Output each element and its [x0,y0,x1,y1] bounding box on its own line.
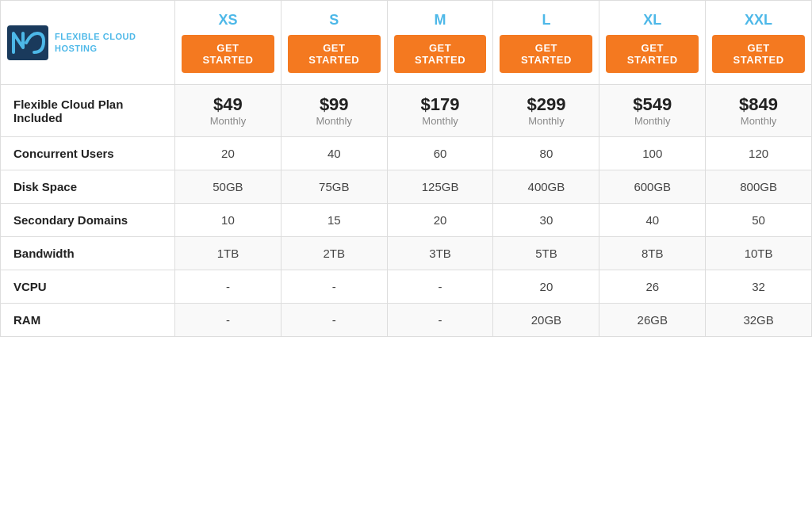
table-row: Concurrent Users20406080100120 [1,137,812,170]
get-started-xs[interactable]: GET STARTED [182,35,274,73]
row-value: $99Monthly [281,85,387,137]
row-value: - [281,304,387,337]
row-label: Flexible Cloud Plan Included [1,85,175,137]
row-value: $849Monthly [706,85,812,137]
row-value: 120 [706,137,812,170]
price-period: Monthly [712,115,805,127]
row-value: 26 [599,270,706,304]
row-value: 10TB [706,237,812,270]
plan-name-m: M [394,12,487,29]
table-row: Disk Space50GB75GB125GB400GB600GB800GB [1,170,812,204]
plan-name-xl: XL [606,12,699,29]
row-value: 40 [281,137,387,170]
row-value: 15 [281,204,387,237]
get-started-s[interactable]: GET STARTED [288,35,381,73]
plan-name-s: S [288,12,381,29]
row-value: 10 [175,204,282,237]
get-started-xxl[interactable]: GET STARTED [712,35,805,73]
logo-wrapper: FLEXIBLE CLOUD HOSTING [7,25,168,60]
price-amount: $99 [288,94,381,115]
row-value: 20 [493,270,599,304]
plan-header-m: M GET STARTED [387,1,493,85]
plan-header-l: L GET STARTED [493,1,599,85]
row-label: Secondary Domains [1,204,175,237]
row-value: - [281,270,387,304]
price-period: Monthly [288,115,381,127]
row-value: 50GB [175,170,282,204]
row-value: 60 [387,137,493,170]
row-value: 400GB [493,170,599,204]
pricing-table-container: FLEXIBLE CLOUD HOSTING XS GET STARTED S … [0,0,812,337]
row-value: 80 [493,137,599,170]
row-label: RAM [1,304,175,337]
table-row: Secondary Domains101520304050 [1,204,812,237]
brand-logo-icon [7,25,48,60]
row-value: 2TB [281,237,387,270]
plan-header-xs: XS GET STARTED [175,1,282,85]
row-value: - [387,304,493,337]
plan-header-s: S GET STARTED [281,1,387,85]
row-value: 3TB [387,237,493,270]
get-started-l[interactable]: GET STARTED [500,35,592,73]
row-value: $299Monthly [493,85,599,137]
row-value: 40 [599,204,706,237]
row-value: 800GB [706,170,812,204]
row-value: 30 [493,204,599,237]
row-label: Bandwidth [1,237,175,270]
row-value: 1TB [175,237,282,270]
row-value: 75GB [281,170,387,204]
row-value: - [175,304,282,337]
table-row: Flexible Cloud Plan Included$49Monthly$9… [1,85,812,137]
row-value: 20GB [493,304,599,337]
row-value: $549Monthly [599,85,706,137]
row-value: 600GB [599,170,706,204]
price-amount: $849 [712,94,805,115]
get-started-m[interactable]: GET STARTED [394,35,487,73]
row-value: $179Monthly [387,85,493,137]
row-value: 26GB [599,304,706,337]
price-amount: $49 [182,94,274,115]
plan-name-l: L [500,12,592,29]
row-value: $49Monthly [175,85,282,137]
price-amount: $549 [606,94,699,115]
plan-header-xl: XL GET STARTED [599,1,706,85]
row-value: 100 [599,137,706,170]
pricing-table: FLEXIBLE CLOUD HOSTING XS GET STARTED S … [0,0,812,337]
row-value: - [387,270,493,304]
table-row: Bandwidth1TB2TB3TB5TB8TB10TB [1,237,812,270]
row-value: 20 [175,137,282,170]
price-period: Monthly [394,115,487,127]
get-started-xl[interactable]: GET STARTED [606,35,699,73]
row-value: 125GB [387,170,493,204]
row-label: VCPU [1,270,175,304]
row-value: 32GB [706,304,812,337]
plan-name-xxl: XXL [712,12,805,29]
row-value: - [175,270,282,304]
price-period: Monthly [606,115,699,127]
plan-name-xs: XS [182,12,274,29]
row-value: 50 [706,204,812,237]
header-row: FLEXIBLE CLOUD HOSTING XS GET STARTED S … [1,1,812,85]
row-value: 5TB [493,237,599,270]
table-row: RAM---20GB26GB32GB [1,304,812,337]
row-label: Disk Space [1,170,175,204]
row-value: 20 [387,204,493,237]
price-amount: $299 [500,94,592,115]
price-period: Monthly [182,115,274,127]
table-row: VCPU---202632 [1,270,812,304]
logo-cell: FLEXIBLE CLOUD HOSTING [1,1,175,85]
price-amount: $179 [394,94,487,115]
brand-name: FLEXIBLE CLOUD HOSTING [55,31,136,54]
plan-header-xxl: XXL GET STARTED [706,1,812,85]
price-period: Monthly [500,115,592,127]
row-label: Concurrent Users [1,137,175,170]
row-value: 8TB [599,237,706,270]
row-value: 32 [706,270,812,304]
